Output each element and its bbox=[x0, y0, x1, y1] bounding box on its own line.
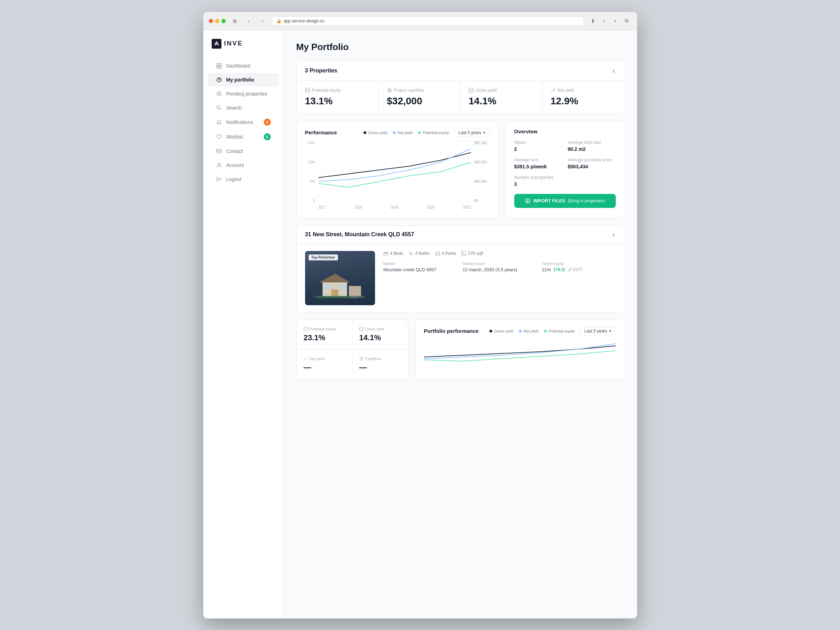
market-label: Market bbox=[384, 261, 457, 266]
sidebar-item-dashboard[interactable]: Dashboard bbox=[207, 59, 279, 73]
svg-rect-22 bbox=[324, 285, 329, 289]
x-labels: 2017 2018 2019 2020 2021 bbox=[318, 204, 471, 211]
new-tab-icon[interactable]: + bbox=[611, 16, 620, 26]
mini-metric-value: 14.1% bbox=[359, 333, 401, 342]
sidebar-item-my-portfolio[interactable]: My portfolio bbox=[207, 73, 279, 87]
svg-point-33 bbox=[438, 254, 439, 255]
overview-item-land-size: Average land size 90.2 m2 bbox=[568, 140, 616, 152]
properties-header: 3 Properties ∧ bbox=[297, 61, 624, 81]
mini-metric-label: Net yield bbox=[304, 357, 345, 361]
close-button[interactable] bbox=[209, 19, 213, 23]
overview-label: Number of properties bbox=[514, 175, 616, 180]
svg-marker-20 bbox=[319, 274, 351, 282]
svg-rect-23 bbox=[340, 285, 345, 289]
portfolio-perf-header: Portfolio performance Gross yield Net yi… bbox=[424, 327, 616, 335]
portfolio-chart-svg bbox=[424, 339, 616, 367]
page-title: My Portfolio bbox=[296, 42, 624, 52]
overview-item-purchase-price: Average purchase price $563,434 bbox=[568, 157, 616, 169]
sidebar-item-search[interactable]: Search bbox=[207, 101, 279, 114]
equity-icon bbox=[305, 88, 310, 93]
logo: INVE bbox=[203, 39, 283, 59]
performance-header: Performance Gross yield Net yield bbox=[305, 128, 490, 137]
bottom-row: Potential equity 23.1% Gross yield 14 bbox=[296, 320, 624, 379]
portfolio-performance-card: Portfolio performance Gross yield Net yi… bbox=[415, 320, 624, 379]
property-collapse-button[interactable]: ∧ bbox=[611, 231, 616, 238]
metrics-row: Potential equity 13.1% Project cashflow bbox=[297, 81, 624, 114]
owned-label: Owned since bbox=[463, 261, 536, 266]
y-labels-right: $85,000 $60,000 $30,000 $0 bbox=[472, 141, 490, 203]
bed-icon bbox=[384, 251, 388, 256]
metric-value: 12.9% bbox=[551, 95, 616, 107]
legend-dot bbox=[393, 131, 396, 134]
legend-dot bbox=[519, 330, 522, 332]
url-text: app.service-design.co bbox=[284, 19, 325, 24]
overview-item-states: States 2 bbox=[514, 140, 562, 152]
minimize-button[interactable] bbox=[215, 19, 219, 23]
metric-potential-equity: Potential equity 13.1% bbox=[297, 81, 379, 114]
collapse-button[interactable]: ∧ bbox=[611, 68, 616, 74]
svg-rect-21 bbox=[331, 290, 338, 296]
sidebar-toggle-button[interactable]: ⊞ bbox=[230, 16, 240, 26]
overview-card: Overview States 2 Average land size 90.2… bbox=[505, 121, 624, 218]
legend-net-yield-pp: Net yield bbox=[519, 329, 538, 333]
mini-metric-label: Potential equity bbox=[304, 327, 345, 331]
house-illustration bbox=[316, 270, 365, 298]
overview-title: Overview bbox=[514, 128, 616, 135]
metric-net-yield: Net yield 12.9% bbox=[542, 81, 624, 114]
back-button[interactable]: ‹ bbox=[244, 16, 254, 26]
mini-metric-cashflow: Cashflow — bbox=[352, 350, 408, 379]
property-card: 31 New Street, Mountain Creek QLD 4557 ∧ bbox=[296, 225, 624, 313]
performance-title: Performance bbox=[305, 130, 337, 135]
metric-gross-yield: Gross yield 14.1% bbox=[460, 81, 542, 114]
sidebar-item-label: Dashboard bbox=[226, 63, 251, 69]
metric-label: Potential equity bbox=[305, 88, 370, 93]
overview-label: Average rent bbox=[514, 157, 562, 162]
sidebar-item-pending[interactable]: Pending properties bbox=[207, 87, 279, 100]
sidebar-item-contact[interactable]: Contact bbox=[207, 144, 279, 158]
sidebar-item-logout[interactable]: Logout bbox=[207, 173, 279, 186]
overview-value: 90.2 m2 bbox=[568, 146, 616, 152]
equity-meta: Target equity 21% (+4.1) EDIT bbox=[542, 261, 616, 272]
parks-feature: 4 Parks bbox=[435, 251, 456, 256]
sidebar-item-label: Contact bbox=[226, 149, 243, 154]
contact-icon bbox=[216, 148, 222, 154]
overview-value: $391.5 p/week bbox=[514, 164, 562, 169]
address-bar[interactable]: 🔒 app.service-design.co bbox=[272, 16, 584, 25]
sidebar-item-notifications[interactable]: Notifications 4 bbox=[207, 115, 279, 129]
download-icon[interactable]: ⬇ bbox=[588, 16, 598, 26]
portfolio-icon bbox=[216, 77, 222, 83]
import-files-button[interactable]: IMPORT FILES (Bring in properties) bbox=[514, 194, 616, 208]
sidebar-item-account[interactable]: Account bbox=[207, 158, 279, 172]
edit-icon bbox=[568, 268, 572, 272]
pending-icon bbox=[216, 91, 222, 97]
portfolio-perf-title: Portfolio performance bbox=[424, 328, 479, 334]
metric-label: Net yield bbox=[551, 88, 616, 93]
heart-icon bbox=[216, 134, 222, 140]
chart-svg-area bbox=[318, 141, 471, 203]
legend-potential-equity-pp: Potential equity bbox=[544, 329, 575, 333]
portfolio-time-selector-button[interactable]: Last 5 years ▼ bbox=[580, 327, 616, 335]
portfolio-chart-area bbox=[424, 339, 616, 367]
equity-change: (+4.1) bbox=[554, 267, 565, 272]
cashflow-icon bbox=[387, 88, 392, 93]
time-selector-button[interactable]: Last 5 years ▼ bbox=[455, 128, 489, 137]
logout-icon bbox=[216, 176, 222, 182]
sidebar-item-label: Wishlist bbox=[226, 134, 243, 140]
legend-gross-yield-pp: Gross yield bbox=[489, 329, 513, 333]
y-labels-left: 15% 10% 5% 0 bbox=[305, 141, 317, 203]
cashflow-icon-mini bbox=[359, 357, 363, 361]
forward-button[interactable]: › bbox=[258, 16, 268, 26]
sidebar-item-wishlist[interactable]: Wishlist 6 bbox=[207, 130, 279, 144]
metric-value: $32,000 bbox=[387, 95, 452, 107]
property-address: 31 New Street, Mountain Creek QLD 4557 bbox=[305, 231, 414, 237]
sidebar-item-label: Logout bbox=[226, 176, 242, 182]
legend-dot bbox=[363, 131, 366, 134]
tabs-icon[interactable]: ⧉ bbox=[622, 16, 632, 26]
chevron-down-icon: ▼ bbox=[483, 131, 486, 135]
maximize-button[interactable] bbox=[221, 19, 226, 23]
legend-potential-equity: Potential equity bbox=[418, 131, 449, 135]
property-details: 4 Beds 4 Baths bbox=[384, 251, 616, 305]
share-icon[interactable]: ↑ bbox=[599, 16, 609, 26]
edit-button[interactable]: EDIT bbox=[568, 267, 583, 272]
logo-icon bbox=[212, 39, 221, 49]
